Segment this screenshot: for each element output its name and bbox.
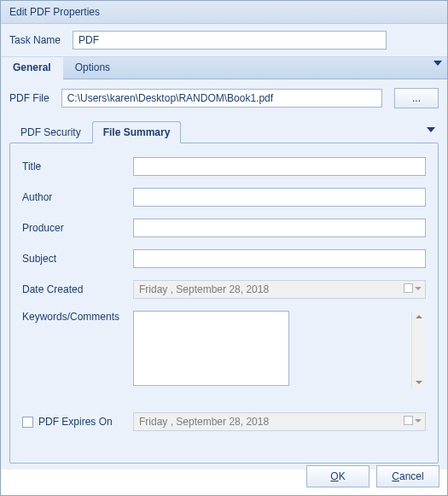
tab-pdf-security[interactable]: PDF Security bbox=[9, 121, 92, 143]
general-content: PDF File ... PDF Security File Summary T… bbox=[1, 79, 447, 470]
textarea-scrollbar[interactable] bbox=[411, 312, 425, 388]
cancel-button[interactable]: Cancel bbox=[376, 465, 439, 487]
pdf-expires-label: PDF Expires On bbox=[22, 416, 133, 428]
title-input[interactable] bbox=[133, 157, 426, 176]
scroll-down-icon bbox=[416, 381, 422, 384]
task-name-row: Task Name bbox=[1, 24, 447, 57]
author-input[interactable] bbox=[133, 188, 426, 207]
date-toggle-checkbox-icon bbox=[404, 283, 413, 293]
author-label: Author bbox=[22, 191, 133, 203]
chevron-down-icon bbox=[415, 287, 422, 290]
pdf-expires-value: Friday , September 28, 2018 bbox=[139, 416, 269, 428]
tab-options[interactable]: Options bbox=[63, 57, 122, 79]
keywords-textarea[interactable] bbox=[133, 311, 289, 386]
date-created-label: Date Created bbox=[22, 283, 133, 295]
pdf-expires-toggle[interactable] bbox=[404, 416, 422, 425]
outer-tabs: General Options bbox=[1, 57, 447, 79]
date-toggle-checkbox-icon bbox=[404, 416, 413, 425]
pdf-expires-picker[interactable]: Friday , September 28, 2018 bbox=[133, 412, 426, 431]
pdf-file-label: PDF File bbox=[9, 92, 49, 104]
pdf-file-input[interactable] bbox=[61, 89, 382, 108]
dialog-buttons: OK Cancel bbox=[306, 465, 439, 487]
pdf-file-row: PDF File ... bbox=[9, 88, 439, 108]
outer-tabs-dropdown-icon[interactable] bbox=[433, 61, 442, 66]
scroll-up-icon bbox=[416, 315, 422, 318]
inner-tabs-dropdown-icon[interactable] bbox=[427, 127, 435, 132]
subject-label: Subject bbox=[22, 253, 133, 265]
window-title: Edit PDF Properties bbox=[1, 1, 447, 24]
browse-button[interactable]: ... bbox=[394, 88, 439, 108]
tab-general[interactable]: General bbox=[1, 57, 63, 79]
date-created-picker[interactable]: Friday , September 28, 2018 bbox=[133, 280, 426, 299]
pdf-expires-checkbox[interactable] bbox=[22, 417, 33, 428]
chevron-down-icon bbox=[415, 419, 422, 423]
inner-tabs: PDF Security File Summary bbox=[9, 120, 439, 143]
title-label: Title bbox=[22, 160, 133, 172]
keywords-label: Keywords/Comments bbox=[22, 311, 133, 323]
task-name-label: Task Name bbox=[9, 34, 61, 46]
date-created-value: Friday , September 28, 2018 bbox=[139, 283, 269, 295]
producer-label: Producer bbox=[22, 222, 133, 234]
subject-input[interactable] bbox=[133, 249, 426, 268]
ok-button[interactable]: OK bbox=[306, 465, 369, 487]
task-name-input[interactable] bbox=[73, 31, 387, 50]
producer-input[interactable] bbox=[133, 219, 426, 237]
tab-file-summary[interactable]: File Summary bbox=[92, 121, 182, 143]
file-summary-panel: Title Author Producer Subject Date Creat… bbox=[9, 143, 439, 464]
date-created-toggle[interactable] bbox=[404, 283, 422, 293]
